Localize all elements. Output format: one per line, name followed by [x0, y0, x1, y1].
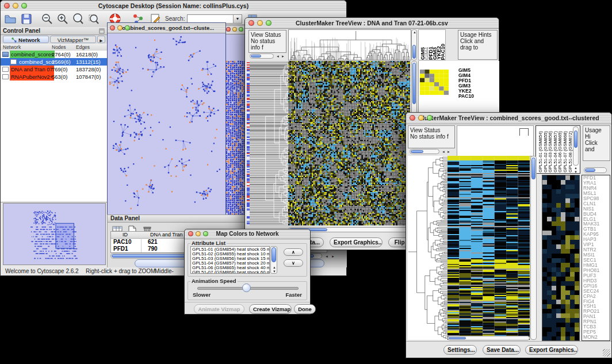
zoom-button[interactable]	[203, 231, 208, 236]
close-button[interactable]	[110, 25, 115, 30]
gene-item[interactable]: GPI16	[583, 283, 610, 289]
network-row[interactable]: combined_sco 2569(6) 13112(15)	[1, 58, 107, 66]
network-view-canvas[interactable]	[109, 35, 223, 213]
attribute-item[interactable]: GPL51-07 (GSM868) heat shock 60 min	[192, 270, 268, 274]
tab-vizmapper[interactable]: VizMapper™	[50, 36, 96, 43]
speed-slider-thumb[interactable]	[242, 283, 251, 292]
gene-item[interactable]: MAK31	[583, 221, 610, 227]
gene-item[interactable]: HAP3	[583, 237, 610, 242]
gene-item[interactable]: YSH1	[583, 304, 610, 309]
scroll-left-icon[interactable]: ◄	[442, 150, 445, 154]
column-label[interactable]: GPL51-06 (GSM865)	[557, 131, 563, 173]
gene-item[interactable]: PEP5	[583, 329, 610, 335]
column-label[interactable]: GPL51-01 (GSM854)	[538, 131, 543, 173]
network-overview-canvas[interactable]	[3, 204, 104, 263]
main-titlebar[interactable]: Cytoscape Desktop (Session Name: collins…	[1, 1, 346, 12]
scroll-right-icon[interactable]: ►	[447, 150, 450, 154]
zoom-button[interactable]	[266, 20, 271, 26]
zoom-selected-icon[interactable]	[72, 13, 85, 25]
column-label[interactable]: GIM5	[420, 47, 424, 60]
labels-vscrollbar[interactable]	[573, 127, 579, 166]
column-label[interactable]: PFD1	[428, 47, 432, 60]
column-label[interactable]: YKE2	[436, 46, 440, 60]
zoom-heatmap-canvas[interactable]	[542, 175, 580, 341]
minimize-button[interactable]	[257, 20, 263, 26]
minimize-button[interactable]	[13, 3, 18, 9]
scrollbar-thumb[interactable]	[271, 247, 276, 262]
scroll-left-icon[interactable]: ◄	[325, 254, 328, 259]
gene-item[interactable]: RPO21	[583, 309, 610, 314]
gene-item[interactable]: HMG1	[583, 263, 610, 268]
gene-item[interactable]: PAN1	[583, 314, 610, 319]
mini-heatmap-canvas[interactable]	[420, 70, 449, 95]
attribute-list-vscrollbar[interactable]: ▲ ▼	[270, 246, 277, 274]
animate-vizmap-button[interactable]: Animate Vizmap	[194, 304, 244, 314]
gene-item[interactable]: GTB1	[583, 227, 610, 232]
scrollbar-thumb[interactable]	[411, 150, 423, 153]
column-label[interactable]: GIM3	[432, 47, 436, 60]
heatmap-hscrollbar[interactable]	[447, 336, 530, 340]
view-status-hscrollbar[interactable]	[410, 149, 439, 154]
usage-hints-hscrollbar[interactable]	[584, 167, 607, 173]
gene-item[interactable]: PFD1	[583, 175, 610, 181]
col-edges[interactable]: Edges	[76, 44, 90, 50]
treeview-dna-titlebar[interactable]: ClusterMaker TreeView : DNA and Tran 07-…	[245, 18, 499, 29]
scroll-right-icon[interactable]: ►	[331, 254, 335, 259]
scroll-left-icon[interactable]: ◄	[276, 54, 280, 59]
tab-overflow-button[interactable]: ▶	[97, 36, 105, 43]
close-button[interactable]	[188, 231, 193, 236]
gene-item[interactable]: MON2	[583, 335, 610, 340]
scrollbar-thumb[interactable]	[251, 55, 261, 58]
gene-item[interactable]: MSL1	[583, 191, 610, 196]
gene-item[interactable]: PAC10	[458, 94, 474, 99]
gene-item[interactable]: RPN1	[583, 319, 610, 324]
network-row[interactable]: RNAPuberNov2+ 563(0) 107847(0)	[1, 73, 107, 81]
gene-item[interactable]: MSI1	[583, 252, 610, 258]
gene-item[interactable]: KAP95	[583, 232, 610, 237]
open-folder-icon[interactable]	[4, 13, 17, 25]
gene-item[interactable]: PUF3	[583, 273, 610, 278]
zoom-button[interactable]	[239, 27, 243, 32]
export-graphics-button[interactable]: Export Graphics...	[330, 237, 382, 247]
zoom-in-icon[interactable]	[56, 13, 69, 25]
scrollbar-thumb[interactable]	[531, 158, 536, 179]
move-up-button[interactable]: ∧	[284, 248, 303, 256]
gene-item[interactable]: HRD3	[583, 278, 610, 283]
zoom-button[interactable]	[125, 25, 130, 30]
col-id[interactable]: ID	[123, 232, 128, 237]
gene-item[interactable]: SPC98	[583, 196, 610, 201]
column-label[interactable]: GPL51-07 (GSM868)	[563, 131, 568, 173]
col-network[interactable]: Network	[3, 44, 21, 50]
gene-item[interactable]: SEC1	[583, 258, 610, 263]
row-dendrogram-canvas[interactable]	[250, 61, 288, 225]
close-button[interactable]	[4, 3, 10, 9]
network-row[interactable]: combined_scores 2764(0) 16218(0)	[1, 51, 107, 58]
zoom-out-icon[interactable]	[41, 13, 53, 25]
scrollbar-thumb[interactable]	[412, 45, 416, 59]
minimize-button[interactable]	[232, 27, 237, 32]
minimize-button[interactable]	[196, 231, 201, 236]
close-button[interactable]	[410, 115, 415, 121]
dendrogram-vscrollbar[interactable]: ▲	[411, 29, 417, 60]
scrollbar-thumb[interactable]	[585, 168, 595, 172]
create-vizmap-button[interactable]: Create Vizmap	[249, 304, 292, 314]
minimize-button[interactable]	[117, 25, 123, 30]
scroll-right-icon[interactable]: ►	[281, 54, 285, 59]
network-row[interactable]: DNA and Tran 07 769(0) 183728(0)	[1, 66, 107, 73]
gene-item[interactable]: SEC24	[583, 289, 610, 294]
tab-network[interactable]: Network	[3, 36, 49, 43]
network-view-titlebar[interactable]: combined_scores_good.txt--cluste...	[108, 23, 225, 33]
gene-item[interactable]: PHO81	[583, 268, 610, 273]
gene-item[interactable]: NTR2	[583, 247, 610, 252]
zoom-button[interactable]	[427, 115, 433, 121]
save-icon[interactable]	[20, 13, 33, 25]
gene-item[interactable]: BUD4	[583, 212, 610, 217]
scrollbar-thumb[interactable]	[412, 63, 416, 104]
scroll-down-icon[interactable]: ▼	[273, 269, 276, 274]
export-graphics-button[interactable]: Export Graphics...	[525, 345, 578, 355]
column-dendrogram-canvas[interactable]	[288, 29, 411, 60]
search-dropdown-arrow[interactable]: ▼	[233, 15, 242, 23]
view-status-hscrollbar[interactable]	[250, 53, 274, 59]
gene-item[interactable]: NIS1	[583, 206, 610, 212]
move-down-button[interactable]: ∨	[284, 259, 303, 267]
